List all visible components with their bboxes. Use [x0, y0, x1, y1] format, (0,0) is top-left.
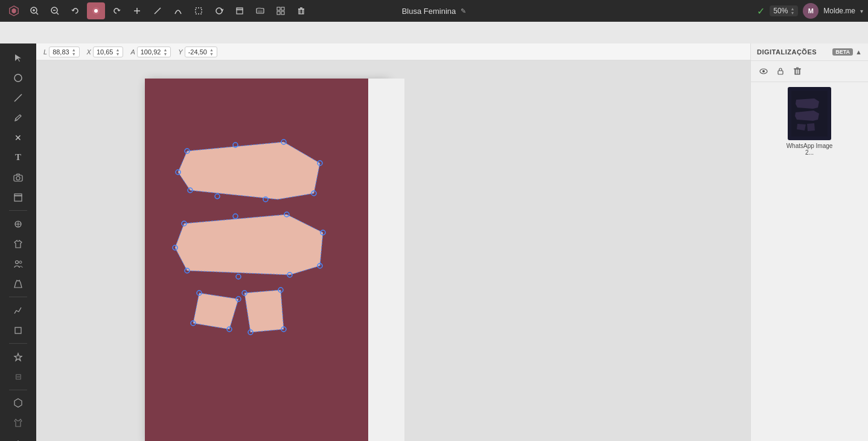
coord-Y-input[interactable]: -24,50 ▲ ▼	[185, 47, 217, 57]
svg-point-29	[16, 176, 20, 180]
coord-X: X 10,65 ▲ ▼	[87, 47, 124, 57]
coord-bar: L 88,83 ▲ ▼ X 10,65 ▲ ▼	[36, 43, 750, 60]
svg-point-10	[94, 9, 98, 13]
svg-rect-37	[15, 327, 21, 333]
svg-marker-52	[175, 214, 323, 275]
svg-line-3	[36, 13, 38, 14]
zoom-control[interactable]: 50% ▲ ▼	[770, 5, 798, 16]
user-menu-arrow[interactable]: ▾	[860, 8, 863, 14]
layers-side-btn[interactable]	[6, 188, 30, 207]
zoom-up-arrow[interactable]: ▲	[790, 7, 794, 11]
line-draw-btn[interactable]	[6, 88, 30, 107]
logo-button[interactable]	[5, 2, 23, 19]
camera-btn[interactable]	[6, 168, 30, 187]
coord-L-arrows[interactable]: ▲ ▼	[72, 48, 76, 56]
print-preview-button[interactable]	[251, 2, 269, 19]
svg-rect-20	[277, 7, 280, 10]
canvas-area[interactable]	[36, 60, 750, 441]
svg-line-7	[57, 13, 59, 14]
people-btn[interactable]	[6, 254, 30, 273]
undo-button[interactable]	[66, 2, 85, 19]
zoom-in-button[interactable]	[25, 2, 43, 19]
line-segment-button[interactable]	[148, 2, 167, 19]
zoom-arrows[interactable]: ▲ ▼	[790, 7, 794, 15]
pencil-btn[interactable]	[6, 108, 30, 127]
grid-button[interactable]	[272, 2, 290, 19]
coord-Y-arrows[interactable]: ▲ ▼	[209, 48, 214, 56]
coord-X-arrows[interactable]: ▲ ▼	[115, 48, 120, 56]
svg-marker-63	[193, 293, 238, 329]
right-panel: DIGITALIZAÇÕES BETA ▲	[750, 43, 868, 441]
beta-badge: BETA	[832, 48, 853, 56]
star3-btn[interactable]	[6, 347, 30, 366]
shirt-btn[interactable]	[6, 234, 30, 253]
delete-button[interactable]	[292, 2, 310, 19]
svg-rect-16	[237, 8, 243, 10]
panel-delete-btn[interactable]	[791, 65, 804, 78]
svg-rect-24	[299, 9, 304, 14]
coord-A-label: A	[130, 48, 135, 56]
left-sidebar: ✕ T ⊟	[0, 43, 36, 441]
close-btn[interactable]: ✕	[6, 128, 30, 147]
main-toolbar: Blusa Feminina ✎ ✓ 50% ▲ ▼ M Molde.me ▾	[0, 0, 868, 22]
clip-btn[interactable]: ⊟	[6, 367, 30, 386]
svg-rect-19	[258, 7, 261, 8]
circle-tool-btn[interactable]	[6, 68, 30, 87]
coord-A: A 100,92 ▲ ▼	[130, 47, 171, 57]
coord-A-input[interactable]: 100,92 ▲ ▼	[137, 47, 171, 57]
settings-btn[interactable]	[6, 434, 30, 441]
refresh-button[interactable]	[210, 2, 228, 19]
panel-title: DIGITALIZAÇÕES	[757, 48, 817, 56]
edit-project-icon[interactable]: ✎	[461, 7, 466, 15]
svg-marker-80	[796, 98, 819, 109]
coord-L-input[interactable]: 88,83 ▲ ▼	[49, 47, 79, 57]
active-draw-button[interactable]	[87, 2, 105, 19]
zoom-value: 50%	[773, 7, 788, 15]
user-name[interactable]: Molde.me	[823, 7, 855, 15]
graph-btn[interactable]	[6, 301, 30, 320]
sidebar-divider-2	[9, 297, 27, 297]
digit-thumbnail	[788, 87, 831, 140]
rect-select-button[interactable]	[190, 2, 208, 19]
svg-marker-39	[14, 399, 22, 407]
svg-rect-30	[14, 196, 22, 201]
star-btn[interactable]	[6, 214, 30, 233]
svg-rect-21	[281, 7, 284, 10]
svg-point-25	[14, 74, 22, 82]
select-tool-btn[interactable]	[6, 48, 30, 67]
zoom-down-arrow[interactable]: ▼	[790, 11, 794, 15]
add-point-button[interactable]	[128, 2, 146, 19]
svg-marker-41	[178, 142, 320, 199]
zoom-out-button[interactable]	[46, 2, 64, 19]
panel-header: DIGITALIZAÇÕES BETA ▲	[751, 43, 868, 61]
text-btn[interactable]: T	[6, 148, 30, 167]
coord-A-arrows[interactable]: ▲ ▼	[163, 48, 167, 56]
curve-button[interactable]	[169, 2, 187, 19]
svg-line-26	[14, 94, 22, 101]
svg-rect-77	[778, 71, 783, 74]
digitalization-item[interactable]: WhatsApp Image 2...	[756, 87, 863, 156]
svg-rect-15	[237, 10, 243, 14]
visibility-btn[interactable]	[757, 65, 770, 78]
sidebar-divider-1	[9, 210, 27, 211]
box-btn[interactable]	[6, 321, 30, 340]
user-avatar[interactable]: M	[803, 3, 819, 19]
svg-point-48	[215, 194, 220, 199]
coord-X-input[interactable]: 10,65 ▲ ▼	[93, 47, 123, 57]
panel-toolbar	[751, 61, 868, 82]
dress-btn[interactable]	[6, 274, 30, 293]
svg-rect-14	[196, 8, 202, 14]
shirt3-btn[interactable]	[6, 414, 30, 433]
panel-collapse-icon[interactable]: ▲	[855, 48, 862, 56]
svg-point-76	[762, 70, 765, 72]
svg-point-54	[233, 214, 238, 219]
sidebar-footer	[6, 434, 30, 441]
toolbar-right-area: ✓ 50% ▲ ▼ M Molde.me ▾	[757, 3, 863, 19]
layers-button[interactable]	[231, 2, 249, 19]
svg-rect-31	[14, 194, 22, 196]
hexagon-btn[interactable]	[6, 394, 30, 413]
coord-Y-label: Y	[178, 48, 182, 56]
check-icon: ✓	[757, 5, 765, 17]
lock-btn[interactable]	[774, 65, 787, 78]
redo-button[interactable]	[107, 2, 126, 19]
